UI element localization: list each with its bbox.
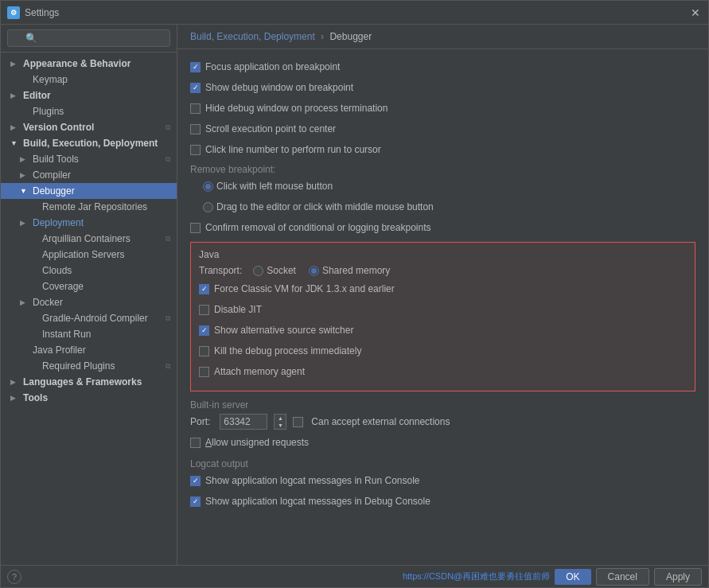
port-spinner: ▲ ▼ — [274, 414, 286, 430]
checkbox-attach-memory[interactable] — [199, 367, 209, 377]
checkbox-label-allow-unsigned[interactable]: Allow unsigned requests — [190, 437, 309, 448]
sidebar-item-instant-run[interactable]: Instant Run — [1, 326, 177, 342]
sidebar-item-label: Build Tools — [33, 154, 79, 165]
breadcrumb-sep: › — [321, 31, 324, 42]
checkbox-label-kill-debug[interactable]: Kill the debug process immediately — [199, 345, 361, 356]
sidebar-item-label: Languages & Frameworks — [23, 376, 142, 387]
checkbox-text: Kill the debug process immediately — [214, 345, 361, 356]
checkbox-label-attach-memory[interactable]: Attach memory agent — [199, 366, 305, 377]
sidebar-item-gradle-android[interactable]: Gradle-Android Compiler ⧉ — [1, 310, 177, 326]
sidebar-item-required-plugins[interactable]: Required Plugins ⧉ — [1, 358, 177, 374]
close-button[interactable]: ✕ — [689, 6, 702, 19]
radio-click-left[interactable] — [203, 181, 213, 192]
radio-shared-memory[interactable] — [309, 266, 319, 276]
port-input[interactable] — [220, 414, 267, 430]
sidebar-item-label: Plugins — [33, 106, 64, 117]
sidebar-item-deployment[interactable]: ▶ Deployment — [1, 215, 177, 231]
checkbox-click-line[interactable] — [190, 145, 201, 155]
radio-label-drag-editor[interactable]: Drag to the editor or click with middle … — [203, 201, 434, 212]
checkbox-focus-app[interactable] — [190, 62, 201, 72]
arrow-icon: ▶ — [10, 60, 20, 68]
checkbox-logcat-run[interactable] — [190, 476, 201, 486]
checkbox-label-logcat-run[interactable]: Show application logcat messages in Run … — [190, 475, 420, 486]
sidebar-item-tools[interactable]: ▶ Tools — [1, 390, 177, 406]
checkbox-label-logcat-debug[interactable]: Show application logcat messages in Debu… — [190, 496, 430, 507]
option-row-focus-app: Focus application on breakpoint — [190, 59, 695, 75]
spinner-up[interactable]: ▲ — [275, 415, 286, 422]
sidebar-item-coverage[interactable]: Coverage — [1, 278, 177, 294]
nav-items: ▶ Appearance & Behavior Keymap ▶ Editor … — [1, 53, 177, 409]
checkbox-allow-unsigned[interactable] — [190, 438, 201, 448]
sidebar-item-java-profiler[interactable]: Java Profiler — [1, 342, 177, 358]
checkbox-show-alt-source[interactable] — [199, 325, 209, 336]
sidebar-item-arquillian[interactable]: Arquillian Containers ⧉ — [1, 231, 177, 247]
checkbox-label-focus-app[interactable]: Focus application on breakpoint — [190, 61, 340, 72]
sidebar-item-languages[interactable]: ▶ Languages & Frameworks — [1, 374, 177, 390]
checkbox-label-click-line[interactable]: Click line number to perform run to curs… — [190, 144, 381, 155]
sidebar-item-app-servers[interactable]: Application Servers — [1, 247, 177, 263]
radio-label-click-left[interactable]: Click with left mouse button — [203, 181, 333, 192]
checkbox-text: Show debug window on breakpoint — [205, 82, 353, 93]
option-row-attach-memory: Attach memory agent — [199, 364, 687, 380]
arrow-icon: ▶ — [10, 378, 20, 386]
radio-socket-label[interactable]: Socket — [253, 265, 301, 276]
sidebar-item-label: Java Profiler — [33, 345, 86, 356]
sidebar-item-appearance[interactable]: ▶ Appearance & Behavior — [1, 56, 177, 72]
checkbox-label-disable-jit[interactable]: Disable JIT — [199, 304, 262, 315]
checkbox-scroll[interactable] — [190, 124, 201, 134]
checkbox-force-classic[interactable] — [199, 284, 209, 294]
sidebar-item-remote-jar[interactable]: Remote Jar Repositories — [1, 199, 177, 215]
external-link-icon: ⧉ — [166, 362, 170, 371]
sidebar-item-plugins[interactable]: Plugins — [1, 103, 177, 119]
cancel-button[interactable]: Cancel — [596, 568, 649, 586]
checkbox-label-force-classic[interactable]: Force Classic VM for JDK 1.3.x and earli… — [199, 283, 395, 294]
sidebar-item-editor[interactable]: ▶ Editor — [1, 88, 177, 103]
sidebar-item-compiler[interactable]: ▶ Compiler — [1, 167, 177, 183]
checkbox-text: Click line number to perform run to curs… — [205, 144, 381, 155]
radio-row-drag-editor: Drag to the editor or click with middle … — [190, 199, 695, 215]
search-input[interactable] — [7, 29, 170, 47]
checkbox-disable-jit[interactable] — [199, 305, 209, 315]
sidebar-item-version-control[interactable]: ▶ Version Control ⧉ — [1, 119, 177, 135]
help-icon: ? — [12, 572, 17, 582]
transport-row: Transport: Socket Shared memory — [199, 265, 687, 276]
remove-breakpoint-label: Remove breakpoint: — [190, 164, 695, 175]
right-panel: Build, Execution, Deployment › Debugger … — [177, 25, 708, 565]
checkbox-kill-debug[interactable] — [199, 346, 209, 356]
checkbox-logcat-debug[interactable] — [190, 496, 201, 507]
logcat-output-title: Logcat output — [190, 458, 695, 469]
radio-shared-memory-label[interactable]: Shared memory — [309, 265, 390, 276]
checkbox-label-hide-debug[interactable]: Hide debug window on process termination — [190, 103, 388, 114]
checkbox-hide-debug[interactable] — [190, 103, 201, 114]
settings-window: ⚙ Settings ✕ 🔍 ▶ Appearance & Behavior — [0, 0, 709, 588]
sidebar-item-docker[interactable]: ▶ Docker — [1, 294, 177, 310]
sidebar-item-build-tools[interactable]: ▶ Build Tools ⧉ — [1, 151, 177, 167]
sidebar-item-keymap[interactable]: Keymap — [1, 72, 177, 88]
arrow-icon: ▶ — [20, 219, 29, 227]
checkbox-label-confirm-removal[interactable]: Confirm removal of conditional or loggin… — [190, 222, 430, 233]
checkbox-label-scroll[interactable]: Scroll execution point to center — [190, 123, 336, 134]
checkbox-can-accept[interactable] — [293, 417, 303, 427]
sidebar-item-build-execution[interactable]: ▼ Build, Execution, Deployment — [1, 135, 177, 151]
sidebar-item-clouds[interactable]: Clouds — [1, 263, 177, 278]
radio-socket[interactable] — [253, 266, 263, 276]
checkbox-confirm-removal[interactable] — [190, 223, 201, 233]
spinner-down[interactable]: ▼ — [275, 422, 286, 429]
java-section: Java Transport: Socket Shared memory — [190, 242, 695, 391]
arrow-icon: ▶ — [10, 92, 20, 99]
sidebar-item-label: Deployment — [33, 217, 84, 228]
help-button[interactable]: ? — [7, 570, 21, 584]
bottom-link[interactable]: https://CSDN@再困难也要勇往值前师 — [403, 570, 550, 582]
ok-button[interactable]: OK — [555, 569, 590, 585]
settings-content: Focus application on breakpoint Show deb… — [177, 49, 708, 565]
bottom-right: https://CSDN@再困难也要勇往值前师 OK Cancel Apply — [403, 568, 702, 586]
sidebar-item-debugger[interactable]: ▼ Debugger — [1, 183, 177, 199]
radio-drag-editor[interactable] — [203, 202, 213, 212]
checkbox-label-show-debug[interactable]: Show debug window on breakpoint — [190, 82, 353, 93]
checkbox-text: Show application logcat messages in Run … — [205, 475, 420, 486]
can-accept-label[interactable]: Can accept external connections — [293, 416, 450, 427]
option-row-disable-jit: Disable JIT — [199, 302, 687, 317]
checkbox-show-debug[interactable] — [190, 83, 201, 93]
apply-button[interactable]: Apply — [654, 568, 702, 586]
checkbox-label-show-alt-source[interactable]: Show alternative source switcher — [199, 325, 353, 336]
